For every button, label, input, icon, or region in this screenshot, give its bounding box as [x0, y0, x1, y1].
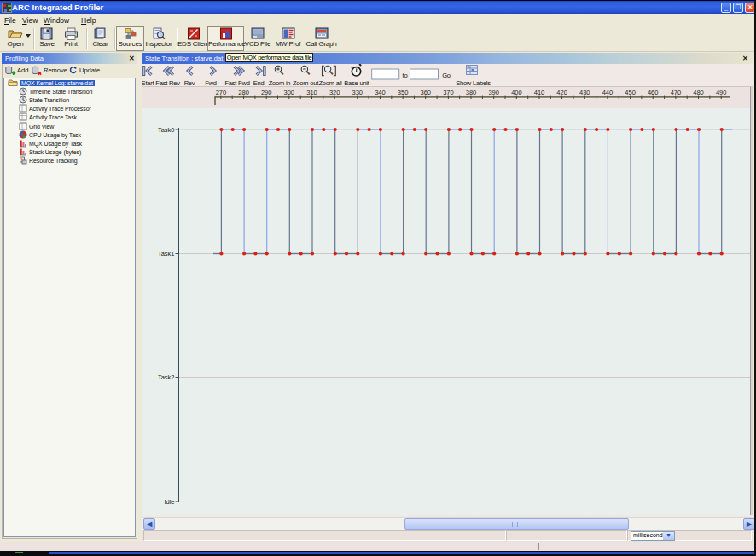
- svg-text:Fast Rev: Fast Rev: [155, 79, 180, 87]
- svg-text:340: 340: [375, 89, 386, 96]
- svg-text:350: 350: [398, 89, 409, 96]
- svg-text:430: 430: [579, 89, 590, 96]
- svg-text:to: to: [403, 72, 408, 79]
- svg-text:Fwd: Fwd: [205, 79, 217, 87]
- svg-text:Start: Start: [142, 79, 155, 87]
- svg-text:Rev: Rev: [184, 79, 195, 87]
- svg-text:310: 310: [306, 89, 317, 96]
- svg-text:Fast Fwd: Fast Fwd: [224, 79, 249, 87]
- svg-text:300: 300: [284, 89, 295, 96]
- svg-text:Task0: Task0: [158, 126, 175, 134]
- svg-text:Go: Go: [442, 72, 451, 79]
- svg-text:470: 470: [671, 89, 682, 96]
- svg-text:450: 450: [625, 89, 636, 96]
- svg-text:390: 390: [488, 89, 499, 96]
- svg-text:380: 380: [466, 89, 477, 96]
- svg-text:Base unit: Base unit: [344, 79, 370, 87]
- svg-text:480: 480: [693, 89, 704, 96]
- svg-text:Zoom all: Zoom all: [318, 79, 342, 87]
- svg-text:280: 280: [238, 89, 249, 96]
- svg-text:Show Labels: Show Labels: [456, 79, 491, 87]
- svg-text:460: 460: [648, 89, 659, 96]
- svg-text:360: 360: [421, 89, 432, 96]
- svg-text:Task1: Task1: [158, 250, 175, 258]
- svg-text:Idle: Idle: [164, 498, 174, 506]
- svg-text:440: 440: [602, 89, 614, 96]
- svg-text:420: 420: [556, 89, 567, 96]
- svg-text:End: End: [253, 79, 265, 87]
- svg-text:Zoom in: Zoom in: [269, 79, 291, 87]
- svg-text:490: 490: [716, 89, 727, 96]
- svg-text:Zoom out: Zoom out: [293, 79, 319, 87]
- svg-text:290: 290: [261, 89, 272, 96]
- svg-text:320: 320: [329, 89, 340, 96]
- svg-text:330: 330: [352, 89, 363, 96]
- svg-text:410: 410: [534, 89, 545, 96]
- svg-text:270: 270: [216, 89, 227, 96]
- svg-text:400: 400: [511, 89, 522, 96]
- svg-text:Task2: Task2: [158, 374, 175, 381]
- svg-text:370: 370: [443, 89, 454, 96]
